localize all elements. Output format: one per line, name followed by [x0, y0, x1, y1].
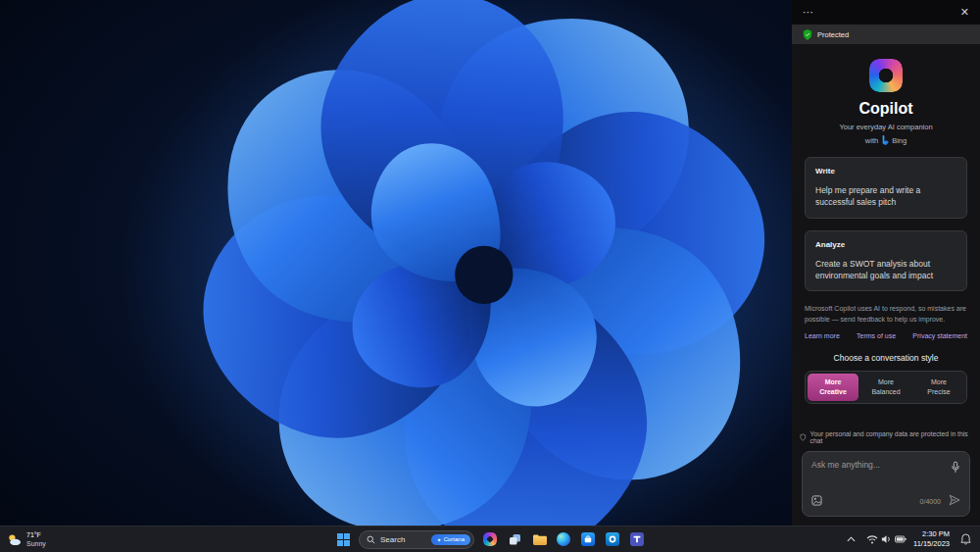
suggestion-card-write[interactable]: Write Help me prepare and write a succes… [805, 157, 967, 219]
taskbar-search[interactable]: Search ✦ Cortana [359, 530, 474, 549]
volume-icon [881, 534, 892, 544]
notification-bell-icon[interactable] [956, 530, 974, 548]
card-title: Analyze [815, 240, 956, 249]
style-more-creative[interactable]: More Creative [808, 374, 858, 401]
microphone-icon[interactable] [951, 460, 960, 477]
protected-badge: Protected [792, 25, 980, 44]
panel-bottom: Your personal and company data are prote… [792, 430, 980, 526]
copilot-app-icon [483, 532, 497, 546]
taskbar: 71°F Sunny Search ✦ [0, 526, 980, 552]
weather-condition: Sunny [26, 539, 46, 548]
card-text: Help me prepare and write a successful s… [815, 184, 956, 209]
copilot-title: Copilot [858, 100, 912, 118]
with-label: with [865, 136, 878, 145]
add-image-icon[interactable] [811, 492, 822, 510]
battery-icon [895, 535, 906, 543]
task-view-icon[interactable] [506, 530, 523, 548]
search-icon [367, 535, 375, 544]
weather-widget[interactable]: 71°F Sunny [7, 530, 46, 548]
style-more-precise[interactable]: More Precise [913, 374, 964, 401]
search-pill-sparkle-icon: ✦ [437, 536, 442, 543]
chat-input[interactable] [811, 460, 945, 470]
shield-icon [803, 29, 812, 40]
suggestion-card-analyze[interactable]: Analyze Create a SWOT analysis about env… [805, 230, 967, 292]
edge-icon[interactable] [555, 530, 572, 548]
weather-temp: 71°F [26, 530, 46, 539]
weather-sunny-icon [7, 533, 22, 546]
footer-links: Learn more Terms of use Privacy statemen… [805, 332, 967, 339]
character-counter: 0/4000 [920, 498, 941, 505]
privacy-note-text: Your personal and company data are prote… [810, 430, 972, 444]
edge-logo [557, 532, 570, 546]
clock-date: 11/15/2023 [913, 539, 950, 549]
search-highlight-pill[interactable]: ✦ Cortana [431, 534, 470, 545]
send-icon[interactable] [949, 492, 960, 510]
taskbar-center: Search ✦ Cortana [334, 530, 646, 549]
privacy-statement-link[interactable]: Privacy statement [912, 332, 967, 339]
quick-settings[interactable] [866, 534, 906, 544]
windows-logo-icon [337, 533, 350, 546]
system-tray: 2:30 PM 11/15/2023 [842, 529, 974, 549]
chat-input-container: 0/4000 [802, 451, 970, 517]
copilot-logo-icon [869, 59, 903, 92]
file-explorer-icon[interactable] [530, 530, 548, 548]
ai-disclaimer: Microsoft Copilot uses AI to respond, so… [805, 304, 967, 326]
copilot-subtitle: Your everyday AI companion [839, 123, 932, 131]
clock[interactable]: 2:30 PM 11/15/2023 [913, 529, 950, 549]
learn-more-link[interactable]: Learn more [805, 332, 840, 339]
search-pill-label: Cortana [444, 536, 465, 542]
with-bing-row: with Bing [865, 135, 906, 145]
privacy-note: Your personal and company data are prote… [800, 430, 972, 444]
copilot-hero: Copilot Your everyday AI companion with … [792, 59, 980, 145]
bing-icon [881, 135, 889, 145]
wifi-icon [866, 534, 878, 544]
more-options-icon[interactable]: ⋯ [803, 7, 813, 18]
screen: ⋯ ✕ Protected Copilot Your everyday AI c… [0, 0, 980, 552]
copilot-sidebar: ⋯ ✕ Protected Copilot Your everyday AI c… [792, 0, 980, 526]
microsoft-store-icon[interactable] [579, 530, 597, 548]
protected-label: Protected [817, 30, 849, 39]
weather-text: 71°F Sunny [26, 530, 46, 548]
search-label: Search [380, 535, 426, 544]
card-text: Create a SWOT analysis about environment… [815, 258, 956, 282]
hidden-icons-chevron[interactable] [842, 530, 859, 548]
style-more-balanced[interactable]: More Balanced [860, 374, 911, 401]
outlook-icon[interactable] [604, 530, 621, 548]
teams-icon[interactable] [628, 530, 646, 548]
panel-titlebar: ⋯ ✕ [792, 0, 980, 25]
card-title: Write [815, 167, 956, 176]
conversation-style-label: Choose a conversation style [792, 353, 980, 363]
bing-label: Bing [892, 136, 906, 145]
shield-outline-icon [800, 433, 807, 441]
taskbar-copilot-icon[interactable] [481, 530, 499, 548]
clock-time: 2:30 PM [913, 529, 950, 539]
conversation-style-toggle: More Creative More Balanced More Precise [805, 371, 967, 404]
terms-of-use-link[interactable]: Terms of use [857, 332, 896, 339]
start-button[interactable] [334, 530, 352, 548]
close-icon[interactable]: ✕ [960, 7, 969, 18]
